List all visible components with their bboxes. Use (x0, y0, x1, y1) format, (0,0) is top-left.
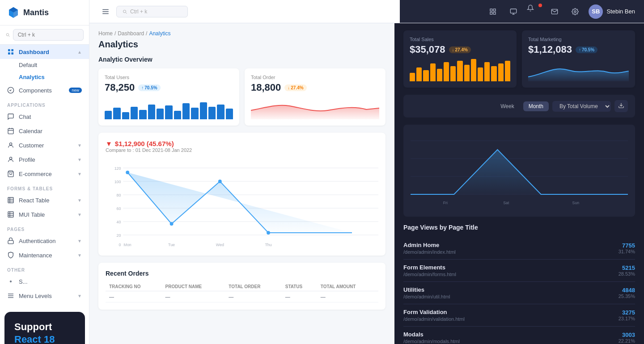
topbar-left: Ctrl + k (98, 4, 481, 19)
sidebar-item-sample[interactable]: S... (0, 274, 89, 289)
svg-text:Sun: Sun (572, 201, 580, 205)
page-view-stats-2: 5215 28.53% (619, 264, 635, 277)
breadcrumb-home: Home (98, 30, 113, 37)
col-total-amount: TOTAL AMOUNT (317, 282, 378, 291)
page-view-name-4: Form Validation (403, 309, 619, 315)
download-button[interactable] (614, 100, 628, 112)
sidebar-item-react-table[interactable]: React Table ▼ (0, 193, 89, 207)
page-view-name-5: Modals (403, 331, 619, 338)
svg-rect-2 (8, 52, 10, 55)
menu-levels-icon (7, 292, 14, 299)
sales-chart (410, 59, 510, 81)
sidebar-item-mui-table[interactable]: MUI Table ▼ (0, 207, 89, 222)
maintenance-chevron: ▼ (77, 253, 82, 258)
page-view-count-5: 3003 (619, 331, 635, 338)
monitor-icon[interactable] (506, 4, 521, 19)
sidebar-item-analytics[interactable]: Analytics (0, 71, 89, 83)
stat-value-marketing: $1,12,083 ↑ 70.5% (528, 44, 629, 55)
topbar-search-icon (122, 9, 127, 14)
dark-income-chart: Fri Sat Sun (403, 125, 635, 217)
users-chart (105, 97, 233, 119)
mail-icon[interactable] (547, 4, 562, 19)
sidebar-item-customer[interactable]: Customer ▼ (0, 138, 89, 152)
sidebar-item-menu-levels[interactable]: Menu Levels ▼ (0, 289, 89, 303)
page-view-item-2: Form Elements /demo/admin/forms.html 521… (403, 260, 635, 282)
support-line2: React 18 (14, 334, 75, 344)
menu-icon[interactable] (98, 4, 113, 19)
page-view-stats-1: 7755 31.74% (619, 242, 635, 254)
pages-label: Pages (0, 222, 89, 234)
settings-icon[interactable] (568, 4, 582, 19)
sample-label: S... (19, 278, 28, 285)
week-button[interactable]: Week (495, 101, 519, 111)
topbar-right: SB Stebin Ben (486, 4, 635, 19)
sidebar-item-profile[interactable]: Profile ▼ (0, 152, 89, 167)
svg-point-10 (9, 157, 12, 159)
stat-badge-users: ↑ 70.5% (138, 84, 160, 91)
main-area: Ctrl + k SB Stebin Ben (89, 0, 644, 344)
month-button[interactable]: Month (523, 101, 549, 111)
page-view-stats-3: 4848 25.35% (619, 287, 635, 299)
ecommerce-icon (7, 170, 14, 177)
customer-chevron: ▼ (77, 143, 82, 148)
maintenance-icon (7, 252, 14, 259)
income-header: ▼ $1,12,900 (45.67%) Compare to : 01 Dec… (106, 140, 378, 157)
stat-value-order: 18,800 ↓ 27.4% (251, 82, 379, 93)
dashboard-chevron: ▲ (77, 50, 82, 55)
search-input[interactable] (13, 29, 84, 41)
nav-section-dashboard: Dashboard ▲ Default Analytics (0, 45, 89, 83)
svg-point-53 (218, 180, 222, 183)
page-view-url-3: /demo/admin/util.html (403, 294, 619, 299)
income-controls: Week Month By Total Volume (403, 95, 635, 117)
sidebar-item-ecommerce[interactable]: E-commerce ▼ (0, 167, 89, 181)
sidebar-item-calendar[interactable]: Calendar (0, 124, 89, 138)
content-left: Home / Dashboard / Analytics Analytics A… (89, 23, 394, 344)
svg-rect-5 (8, 129, 13, 134)
sidebar-item-maintenance[interactable]: Maintenance ▼ (0, 248, 89, 262)
sidebar-item-chat[interactable]: Chat (0, 109, 89, 124)
svg-rect-33 (494, 12, 496, 14)
sidebar-item-authentication[interactable]: Authentication ▼ (0, 234, 89, 248)
nav-item-components[interactable]: Components new (0, 83, 89, 97)
svg-text:Fri: Fri (443, 201, 448, 205)
ecommerce-chevron: ▼ (77, 172, 82, 176)
page-view-url-1: /demo/admin/index.html (403, 249, 619, 255)
sidebar-logo: Mantis (0, 0, 89, 25)
volume-select[interactable]: By Total Volume (552, 101, 611, 112)
svg-text:100: 100 (114, 180, 121, 184)
menu-levels-label: Menu Levels (19, 293, 52, 299)
stat-label-users: Total Users (105, 75, 233, 80)
svg-text:0: 0 (119, 243, 121, 247)
customer-icon (7, 142, 14, 149)
order-chart (251, 97, 379, 119)
user-avatar[interactable]: SB Stebin Ben (589, 4, 635, 19)
page-view-pct-5: 22.21% (619, 338, 635, 344)
chat-label: Chat (19, 113, 31, 120)
analytic-overview-title: Analytic Overview (98, 56, 386, 63)
applications-label: Applications (0, 97, 89, 109)
topbar-search[interactable]: Ctrl + k (116, 6, 188, 17)
svg-point-51 (126, 171, 129, 174)
search-container (0, 25, 89, 45)
profile-icon (7, 156, 14, 163)
sidebar-item-default[interactable]: Default (0, 59, 89, 71)
page-view-stats-4: 3275 23.17% (619, 309, 635, 321)
grid-icon[interactable] (486, 4, 500, 19)
bell-icon[interactable] (527, 4, 541, 19)
svg-text:Sat: Sat (503, 201, 509, 205)
authentication-label: Authentication (19, 238, 55, 244)
col-status: STATUS (282, 282, 317, 291)
svg-point-28 (123, 10, 126, 13)
menu-levels-chevron: ▼ (77, 294, 82, 298)
support-popup[interactable]: Support React 18 (4, 312, 85, 344)
stat-card-marketing: Total Marketing $1,12,083 ↑ 70.5% (522, 30, 635, 88)
page-view-info-2: Form Elements /demo/admin/forms.html (403, 264, 619, 277)
profile-label: Profile (19, 156, 35, 163)
mui-table-icon (7, 211, 14, 218)
page-view-count-3: 4848 (619, 287, 635, 294)
auth-chevron: ▼ (77, 239, 82, 243)
sidebar-item-dashboard[interactable]: Dashboard ▲ (0, 45, 89, 59)
svg-point-37 (574, 11, 576, 13)
page-view-pct-4: 23.17% (619, 316, 635, 321)
col-total-order: TOTAL ORDER (225, 282, 281, 291)
